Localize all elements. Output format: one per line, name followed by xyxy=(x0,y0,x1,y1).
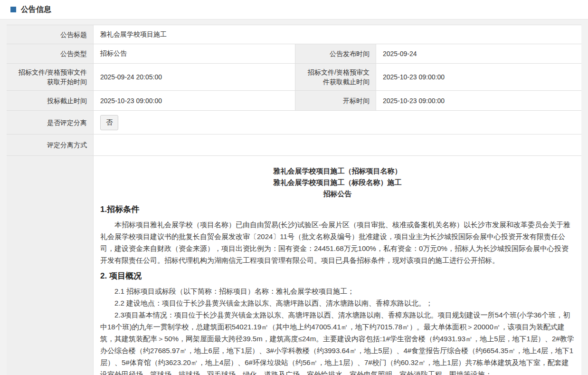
section-marker-icon xyxy=(10,7,16,12)
paragraph-project-location: 2.2 建设地点：项目位于长沙县黄兴镇金太路以东、高塘坪路以西、清水塘路以南、香… xyxy=(100,297,575,309)
paragraph-project-name: 2.1 招标项目或标段（以下简称：招标项目）名称：雅礼会展学校项目施工； xyxy=(100,285,575,297)
doc-title-notice-type: 招标公告 xyxy=(100,188,575,200)
evaluation-separation-no-button[interactable]: 否 xyxy=(100,115,118,130)
value-announcement-title: 雅礼会展学校项目施工 xyxy=(94,25,581,44)
label-announcement-title: 公告标题 xyxy=(7,25,94,44)
heading-project-overview: 2. 项目概况 xyxy=(100,270,575,282)
row-evaluation-separation: 是否评定分离 否 xyxy=(7,111,581,135)
row-announcement-type: 公告类型 招标公告 公告发布时间 2025-09-24 xyxy=(7,44,581,64)
value-bid-opening-time: 2025-10-23 09:00:00 xyxy=(376,91,581,110)
value-publish-time: 2025-09-24 xyxy=(376,44,581,63)
value-separation-method xyxy=(94,135,581,155)
announcement-info-table: 公告标题 雅礼会展学校项目施工 公告类型 招标公告 公告发布时间 2025-09… xyxy=(7,25,581,375)
heading-bid-conditions: 1.招标条件 xyxy=(100,203,575,216)
value-doc-acquire-start: 2025-09-24 20:05:00 xyxy=(94,64,295,90)
row-separation-method: 评定分离方式 xyxy=(7,135,581,156)
label-bid-deadline: 投标截止时间 xyxy=(7,91,94,110)
label-bid-opening-time: 开标时间 xyxy=(295,91,376,110)
label-separation-method: 评定分离方式 xyxy=(7,135,94,155)
label-doc-acquire-start: 招标文件/资格预审文件获取开始时间 xyxy=(7,64,94,90)
paragraph-project-details: 2.3项目基本情况：项目位于长沙县黄兴镇金太路以东、高塘坪路以西、清水塘路以南、… xyxy=(100,309,575,375)
announcement-body: 雅礼会展学校项目施工（招标项目名称） 雅礼会展学校项目施工（标段名称）施工 招标… xyxy=(94,156,581,375)
value-announcement-type: 招标公告 xyxy=(94,44,295,63)
doc-title-section-name: 雅礼会展学校项目施工（标段名称）施工 xyxy=(100,177,575,188)
value-doc-acquire-end: 2025-10-23 09:00:00 xyxy=(376,64,581,90)
label-evaluation-separation: 是否评定分离 xyxy=(7,111,94,134)
value-bid-deadline: 2025-10-23 09:00:00 xyxy=(94,91,295,110)
label-publish-time: 公告发布时间 xyxy=(295,44,376,63)
label-doc-acquire-end: 招标文件/资格预审文件获取截止时间 xyxy=(295,64,376,90)
page-title: 公告信息 xyxy=(21,5,51,15)
label-body-spacer xyxy=(7,156,94,375)
row-document-acquire-time: 招标文件/资格预审文件获取开始时间 2025-09-24 20:05:00 招标… xyxy=(7,64,581,91)
row-announcement-title: 公告标题 雅礼会展学校项目施工 xyxy=(7,25,581,44)
row-announcement-body: 雅礼会展学校项目施工（招标项目名称） 雅礼会展学校项目施工（标段名称）施工 招标… xyxy=(7,156,581,375)
section-header: 公告信息 xyxy=(0,0,588,19)
paragraph-bid-conditions: 本招标项目雅礼会展学校（项目名称）已由自由贸易(长沙)试验区-会展片区（项目审批… xyxy=(100,219,575,266)
doc-title-project-name: 雅礼会展学校项目施工（招标项目名称） xyxy=(100,165,575,177)
value-evaluation-separation: 否 xyxy=(94,111,581,134)
label-announcement-type: 公告类型 xyxy=(7,44,94,63)
row-bid-times: 投标截止时间 2025-10-23 09:00:00 开标时间 2025-10-… xyxy=(7,91,581,111)
